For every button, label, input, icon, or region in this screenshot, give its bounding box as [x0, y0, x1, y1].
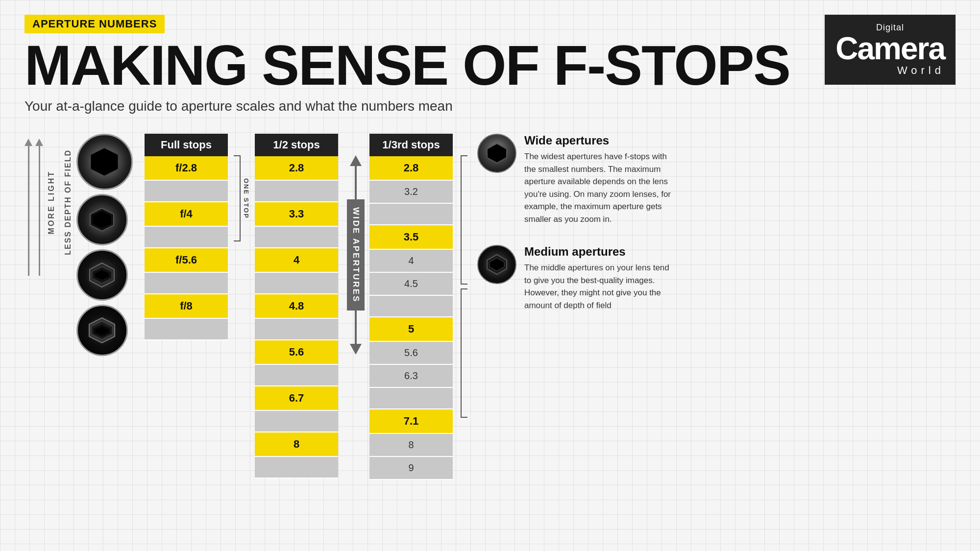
- half-stop-row: [255, 319, 338, 340]
- svg-marker-0: [91, 148, 118, 176]
- half-stop-row: [255, 457, 338, 479]
- aperture-image-1: [76, 134, 133, 190]
- arrow-more-light: [24, 139, 32, 276]
- full-stops-header: Full stops: [145, 134, 228, 156]
- wide-apertures-desc: Wide apertures The widest apertures have…: [477, 134, 673, 225]
- left-section: MORE LIGHT LESS DEPTH OF FIELD: [24, 134, 140, 356]
- aperture-badge: APERTURE NUMBERS: [24, 15, 165, 33]
- third-stop-row: [369, 388, 453, 409]
- full-stop-row: f/4: [145, 202, 228, 227]
- half-stops-header: 1/2 stops: [255, 134, 338, 156]
- half-stops-table: 1/2 stops 2.8 3.3 4 4.8 5.6 6.7 8: [255, 134, 338, 479]
- third-stop-row: 9: [369, 457, 453, 480]
- full-stop-row: f/2.8: [145, 156, 228, 181]
- one-stop-bracket: ONE STOP: [234, 134, 250, 241]
- wide-aperture-icon: [477, 134, 516, 173]
- third-stop-row: 3.5: [369, 225, 453, 250]
- aperture-image-2: [76, 194, 128, 245]
- badge-text: APERTURE NUMBERS: [32, 18, 157, 30]
- third-stop-row: 4.5: [369, 273, 453, 296]
- page-title: MAKING SENSE OF F-STOPS: [24, 37, 805, 94]
- third-stop-row: 2.8: [369, 156, 453, 181]
- medium-apertures-desc: Medium apertures The middle apertures on…: [477, 245, 673, 311]
- half-stop-row: [255, 411, 338, 432]
- full-stop-row: [145, 273, 228, 294]
- third-stops-bracket: [459, 134, 467, 480]
- half-stop-row: [255, 365, 338, 386]
- page-subtitle: Your at-a-glance guide to aperture scale…: [24, 98, 805, 114]
- half-stop-row: 4.8: [255, 294, 338, 319]
- descriptions-section: Wide apertures The widest apertures have…: [477, 134, 673, 331]
- medium-apertures-text: The middle apertures on your lens tend t…: [524, 262, 673, 311]
- half-stop-row: 2.8: [255, 156, 338, 181]
- medium-apertures-title: Medium apertures: [524, 245, 673, 259]
- full-stop-row: f/5.6: [145, 248, 228, 273]
- less-depth-label: LESS DEPTH OF FIELD: [64, 149, 73, 255]
- third-stop-row: 5.6: [369, 342, 453, 365]
- logo-camera: Camera: [835, 33, 945, 64]
- wide-apertures-arrow: WIDE APERTURES: [347, 134, 365, 355]
- wide-apertures-text: The widest apertures have f-stops with t…: [524, 150, 673, 225]
- one-stop-label: ONE STOP: [243, 178, 250, 219]
- half-stop-row: 4: [255, 248, 338, 273]
- brand-logo: Digital Camera World: [825, 15, 956, 85]
- third-stop-row: 5: [369, 317, 453, 342]
- half-stop-row: 6.7: [255, 386, 338, 411]
- third-stop-row: [369, 204, 453, 225]
- tables-section: Full stops f/2.8 f/4 f/5.6 f/8 ONE STOP …: [145, 134, 467, 480]
- full-stop-row: [145, 181, 228, 202]
- full-stop-row: f/8: [145, 294, 228, 319]
- full-stops-table: Full stops f/2.8 f/4 f/5.6 f/8: [145, 134, 228, 340]
- third-stop-row: 8: [369, 434, 453, 457]
- half-stop-row: 5.6: [255, 340, 338, 365]
- third-stops-header: 1/3rd stops: [369, 134, 453, 156]
- wide-apertures-label: WIDE APERTURES: [347, 199, 365, 311]
- half-stop-row: [255, 273, 338, 294]
- aperture-image-3: [76, 249, 128, 301]
- aperture-image-4: [76, 305, 128, 356]
- wide-apertures-title: Wide apertures: [524, 134, 673, 147]
- full-stop-row: [145, 319, 228, 340]
- third-stop-row: 4: [369, 250, 453, 273]
- full-stop-row: [145, 227, 228, 248]
- apertures-column: [76, 134, 133, 356]
- third-stop-row: [369, 296, 453, 317]
- third-stop-row: 6.3: [369, 365, 453, 388]
- medium-aperture-icon: [477, 245, 516, 284]
- svg-marker-10: [487, 144, 507, 163]
- half-stop-row: [255, 181, 338, 202]
- third-stops-section: 1/3rd stops 2.8 3.2 3.5 4 4.5 5 5.6 6.3 …: [369, 134, 467, 480]
- third-stop-row: 7.1: [369, 409, 453, 434]
- half-stop-row: 8: [255, 432, 338, 457]
- more-light-label: MORE LIGHT: [47, 170, 56, 234]
- third-stops-table: 1/3rd stops 2.8 3.2 3.5 4 4.5 5 5.6 6.3 …: [369, 134, 453, 480]
- half-stop-row: 3.3: [255, 202, 338, 227]
- arrow-less-depth: [35, 139, 43, 276]
- half-stop-row: [255, 227, 338, 248]
- third-stop-row: 3.2: [369, 181, 453, 204]
